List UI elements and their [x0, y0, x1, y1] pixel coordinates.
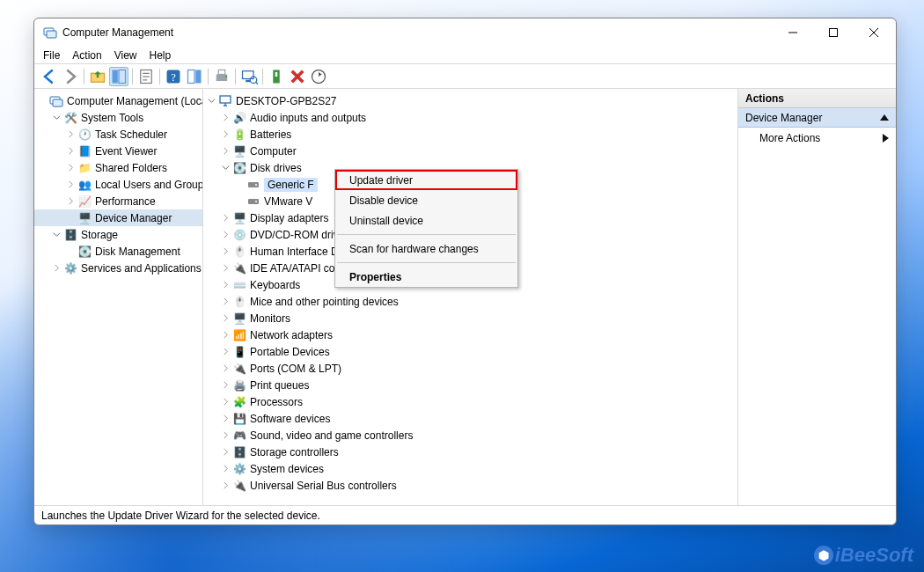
- caret-down-icon[interactable]: [50, 112, 62, 124]
- up-folder-button[interactable]: [88, 67, 107, 86]
- ctx-properties[interactable]: Properties: [335, 267, 517, 287]
- tree-event-viewer[interactable]: 📘 Event Viewer: [34, 143, 202, 159]
- ctx-disable-device[interactable]: Disable device: [335, 190, 517, 210]
- caret-icon[interactable]: [219, 229, 231, 241]
- tree-services-apps[interactable]: ⚙️ Services and Applications: [34, 260, 202, 276]
- device-category[interactable]: 📱Portable Devices: [203, 343, 737, 360]
- enable-device-button[interactable]: [267, 67, 286, 86]
- device-category[interactable]: 💾Software devices: [203, 410, 737, 427]
- back-button[interactable]: [40, 67, 59, 86]
- close-button[interactable]: [854, 19, 894, 46]
- device-category[interactable]: 🖱️Mice and other pointing devices: [203, 293, 737, 310]
- caret-right-icon[interactable]: [50, 262, 62, 275]
- device-category[interactable]: ⚙️System devices: [203, 460, 737, 477]
- caret-right-icon[interactable]: [64, 179, 77, 191]
- menu-file[interactable]: File: [43, 49, 60, 62]
- forward-button[interactable]: [61, 67, 80, 86]
- device-tree[interactable]: DESKTOP-GPB2S27 🔊Audio inputs and output…: [203, 89, 737, 505]
- caret-icon[interactable]: [219, 463, 231, 475]
- tree-task-scheduler[interactable]: 🕐 Task Scheduler: [34, 126, 202, 143]
- scan-hardware-button[interactable]: [239, 67, 259, 86]
- show-hide-tree-button[interactable]: [109, 67, 128, 86]
- actions-section[interactable]: Device Manager: [738, 108, 896, 128]
- caret-icon[interactable]: [219, 329, 231, 341]
- caret-down-icon[interactable]: [205, 95, 217, 107]
- caret-icon[interactable]: [219, 413, 231, 425]
- menu-view[interactable]: View: [114, 49, 137, 62]
- caret-icon[interactable]: [219, 363, 231, 375]
- menu-action[interactable]: Action: [72, 49, 101, 62]
- caret-icon[interactable]: [219, 346, 231, 358]
- caret-icon[interactable]: [219, 379, 231, 392]
- device-category[interactable]: 🎮Sound, video and game controllers: [203, 427, 737, 444]
- left-scrollbar[interactable]: [34, 493, 202, 505]
- show-hide-action-pane-button[interactable]: [185, 67, 204, 86]
- caret-right-icon[interactable]: [64, 195, 77, 208]
- update-driver-button[interactable]: [309, 67, 328, 86]
- titlebar[interactable]: Computer Management: [34, 18, 896, 47]
- tree-label: DESKTOP-GPB2S27: [236, 95, 337, 107]
- tree-system-tools[interactable]: 🛠️ System Tools: [34, 109, 202, 126]
- book-icon: 📘: [77, 144, 92, 158]
- svg-point-25: [255, 201, 257, 202]
- svg-rect-11: [216, 74, 228, 81]
- caret-icon[interactable]: [219, 296, 231, 308]
- properties-button[interactable]: [136, 67, 156, 86]
- tree-root-computermanagement[interactable]: Computer Management (Local): [34, 92, 202, 109]
- device-category[interactable]: 🔌Ports (COM & LPT): [203, 360, 737, 377]
- tree-storage[interactable]: 🗄️ Storage: [34, 226, 202, 243]
- minimize-button[interactable]: [773, 19, 813, 46]
- caret-icon[interactable]: [219, 112, 231, 124]
- tree-label: VMware V: [264, 195, 312, 208]
- tree-local-users[interactable]: 👥 Local Users and Groups: [34, 176, 202, 193]
- caret-right-icon[interactable]: [64, 128, 77, 141]
- console-tree[interactable]: Computer Management (Local) 🛠️ System To…: [34, 89, 202, 493]
- caret-right-icon[interactable]: [64, 162, 77, 174]
- actions-pane: Actions Device Manager More Actions: [737, 89, 896, 505]
- category-icon: 📱: [232, 345, 246, 359]
- caret-icon[interactable]: [219, 279, 231, 291]
- category-icon: 🖱️: [232, 245, 246, 259]
- device-category[interactable]: 🧩Processors: [203, 393, 737, 410]
- tree-label: Portable Devices: [250, 346, 330, 358]
- ctx-uninstall-device[interactable]: Uninstall device: [335, 210, 517, 231]
- device-category[interactable]: 🔌Universal Serial Bus controllers: [203, 477, 737, 494]
- menu-help[interactable]: Help: [150, 49, 172, 62]
- tree-disk-management[interactable]: 💽 Disk Management: [34, 243, 202, 260]
- ctx-scan-hardware[interactable]: Scan for hardware changes: [335, 238, 517, 259]
- help-button[interactable]: ?: [164, 67, 183, 86]
- tree-label: Mice and other pointing devices: [250, 296, 399, 308]
- device-category[interactable]: 📶Network adapters: [203, 326, 737, 343]
- device-category[interactable]: 🔊Audio inputs and outputs: [203, 109, 737, 126]
- uninstall-device-button[interactable]: [288, 67, 307, 86]
- caret-icon[interactable]: [219, 429, 231, 442]
- collapse-up-icon[interactable]: [880, 114, 889, 121]
- tree-shared-folders[interactable]: 📁 Shared Folders: [34, 159, 202, 176]
- caret-icon[interactable]: [219, 396, 231, 408]
- caret-icon[interactable]: [219, 312, 231, 325]
- caret-icon[interactable]: [219, 212, 231, 224]
- device-root[interactable]: DESKTOP-GPB2S27: [203, 92, 737, 109]
- maximize-button[interactable]: [813, 19, 854, 46]
- tree-device-manager[interactable]: 🖥️ Device Manager: [34, 209, 202, 226]
- gauge-icon: 📈: [77, 194, 92, 209]
- tree-label: Shared Folders: [95, 162, 167, 174]
- device-category[interactable]: 🖨️Print queues: [203, 377, 737, 393]
- device-category[interactable]: 🗄️Storage controllers: [203, 444, 737, 460]
- caret-icon[interactable]: [219, 446, 231, 458]
- caret-right-icon[interactable]: [64, 145, 77, 158]
- caret-icon[interactable]: [219, 246, 231, 258]
- device-category[interactable]: 🔋Batteries: [203, 126, 737, 143]
- tree-performance[interactable]: 📈 Performance: [34, 193, 202, 209]
- print-button[interactable]: [212, 67, 231, 86]
- caret-icon[interactable]: [219, 480, 231, 492]
- caret-icon[interactable]: [219, 162, 231, 174]
- actions-more-actions[interactable]: More Actions: [738, 128, 896, 149]
- device-category[interactable]: 🖥️Computer: [203, 143, 737, 159]
- caret-icon[interactable]: [219, 262, 231, 275]
- ctx-update-driver[interactable]: Update driver: [335, 170, 517, 190]
- caret-icon[interactable]: [219, 145, 231, 158]
- caret-icon[interactable]: [219, 128, 231, 141]
- caret-down-icon[interactable]: [50, 229, 62, 241]
- device-category[interactable]: 🖥️Monitors: [203, 310, 737, 326]
